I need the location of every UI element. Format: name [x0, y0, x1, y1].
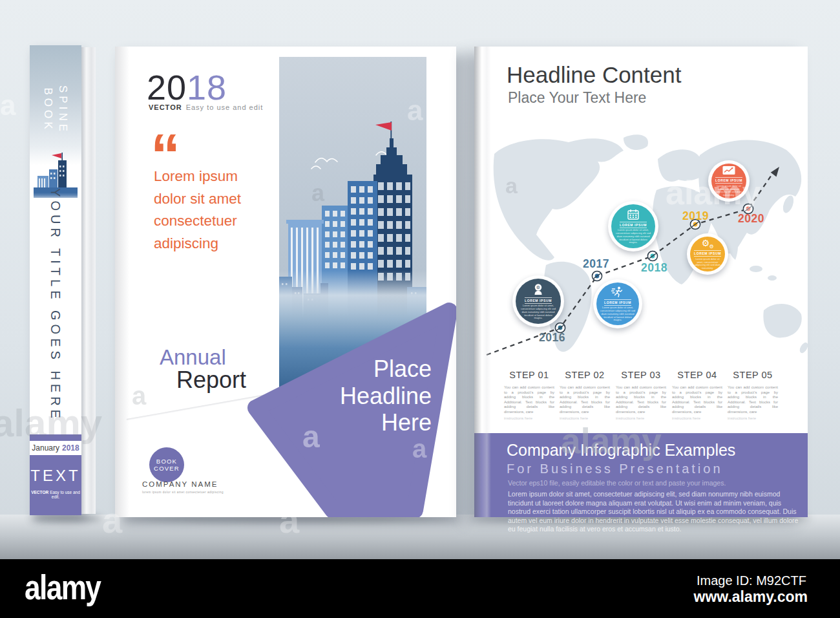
alamy-url: www.alamy.com [694, 588, 808, 606]
step-04: STEP 04 You can add custom content to a … [672, 370, 722, 420]
year-label-2020: 2020 [738, 212, 764, 226]
step-title: STEP 02 [560, 370, 610, 380]
cover-title-report: Report [176, 367, 246, 394]
milestone-label: LOREM IPSUM [620, 222, 647, 228]
spine-date-month: January [32, 443, 59, 453]
step-05: STEP 05 You can add custom content to a … [728, 370, 778, 420]
cover-vector-bold: VECTOR [149, 103, 182, 111]
badge-line: BOOK [149, 458, 184, 465]
book-cover-badge: BOOK COVER [149, 447, 184, 482]
footer-note: Vector eps10 file, easily editable the c… [508, 479, 726, 487]
step-body: You can add custom content to a product'… [728, 385, 778, 415]
svg-text:⚙: ⚙ [702, 238, 710, 248]
milestone-label: LOREM IPSUM [715, 177, 742, 184]
milestone-2017-blue: LOREM IPSUM Lorem ipsum dolor sit amet, … [593, 279, 642, 328]
milestone-body: Lorem ipsum dolor sit amet, consectetuer… [715, 185, 743, 197]
spine-date: January 2018 [30, 441, 81, 455]
headline-line: Here [278, 409, 432, 436]
step-footnote: instructions here [672, 416, 722, 420]
quote-line: dolor sit amet [154, 188, 241, 211]
spine-front: SPINE BOOK [30, 45, 81, 515]
milestone-label: LOREM IPSUM [604, 299, 631, 306]
company-tagline: lorem ipsum dolor sit amet consectetuer … [142, 491, 224, 494]
cover-year: 2018 [147, 70, 227, 105]
spine-title: YOUR TITLE GOES HERE [30, 169, 81, 441]
inner-page: Headline Content Place Your Text Here [474, 47, 808, 517]
a-watermark: a [0, 89, 16, 122]
page-footer: Company Infographic Examples For Busines… [474, 433, 808, 517]
milestone-2016: ⚙ LOREM IPSUM Lorem ipsum dolor sit amet… [512, 275, 564, 327]
footer-subtitle: For Business Presentation [507, 462, 723, 476]
alamy-logo: alamy [25, 567, 100, 607]
spine-brand-line1: SPINE [56, 58, 70, 162]
year-18: 18 [187, 68, 227, 107]
spine-page-edge [81, 47, 96, 514]
spine-purple-block: January 2018 TEXT VECTOREasy to use and … [30, 434, 81, 515]
head-gear-icon: ⚙ [531, 282, 545, 297]
badge-line: COVER [149, 465, 184, 473]
year-label-2018: 2018 [641, 261, 667, 275]
svg-text:⚙: ⚙ [536, 285, 540, 290]
cover-vector-rest: Easy to use and edit [186, 103, 264, 111]
image-id: Image ID: M92CTF [697, 573, 806, 588]
inner-page-spine-shading [474, 47, 491, 517]
headline-line: Headline [278, 383, 432, 410]
marker-2017 [591, 270, 603, 282]
marker-2018 [647, 250, 658, 262]
spine-brand-label: SPINE BOOK [30, 58, 81, 162]
quote-line: Lorem ipsum [154, 165, 241, 188]
step-body: You can add custom content to a product'… [616, 385, 666, 415]
alamy-watermark-bar: alamy Image ID: M92CTF www.alamy.com [0, 559, 840, 618]
svg-text:⚙: ⚙ [709, 244, 713, 250]
gears-icon: ⚙ ⚙ [700, 238, 715, 250]
year-20: 20 [147, 68, 187, 107]
spine-text-label: TEXT [30, 467, 81, 485]
runner-icon [611, 286, 625, 299]
milestone-2019-yellow: ⚙ ⚙ LOREM IPSUM Lorem ipsum dolor sit am… [687, 233, 728, 275]
year-label-2019: 2019 [682, 209, 709, 223]
spine-vector-bold: VECTOR [31, 490, 48, 495]
cover-vector-note: VECTOREasy to use and edit [149, 103, 263, 111]
spine-book: SPINE BOOK [30, 45, 96, 517]
spine-date-year: 2018 [62, 443, 79, 453]
spine-vector-note: VECTOREasy to use and edit. [30, 490, 81, 499]
headline-triangle [115, 47, 456, 517]
company-name: COMPANY NAME [142, 480, 218, 488]
milestone-label: LOREM IPSUM [694, 250, 721, 257]
quote-line: adipiscing [154, 233, 241, 255]
step-footnote: instructions here [616, 416, 666, 420]
step-title: STEP 03 [616, 370, 666, 380]
quote-line: consectetuer [154, 210, 241, 233]
milestone-body: Lorem ipsum dolor sit amet, consectetuer… [520, 304, 556, 320]
milestone-body: Lorem ipsum dolor sit amet, consectetuer… [600, 306, 635, 322]
cover-headline: Place Headline Here [278, 356, 432, 436]
calendar-icon [626, 208, 640, 221]
step-03: STEP 03 You can add custom content to a … [616, 370, 666, 420]
footer-body: Lorem ipsum dolor sit amet, consectetuer… [508, 490, 800, 534]
headline-line: Place [278, 356, 432, 383]
milestone-body: Lorem ipsum dolor sit amet, consectetuer… [615, 229, 651, 244]
spine-vector-rest: Easy to use and edit. [50, 490, 80, 499]
spine-brand-line2: BOOK [41, 58, 56, 162]
milestone-2019-teal: LOREM IPSUM Lorem ipsum dolor sit amet, … [608, 201, 658, 251]
milestone-label: LOREM IPSUM [525, 297, 552, 304]
step-title: STEP 04 [672, 370, 722, 380]
milestone-body: Lorem ipsum dolor sit amet, consectetuer… [693, 258, 722, 270]
arrowhead-icon [771, 167, 779, 176]
step-body: You can add custom content to a product'… [560, 385, 610, 415]
step-footnote: instructions here [560, 416, 610, 420]
step-title: STEP 01 [504, 370, 554, 380]
step-title: STEP 05 [728, 370, 778, 380]
cover-book: 2018 VECTOREasy to use and edit “ Lorem … [115, 47, 456, 517]
stock-photo-canvas: SPINE BOOK [0, 0, 840, 618]
chart-icon [721, 165, 737, 176]
footer-title: Company Infographic Examples [507, 441, 735, 460]
step-body: You can add custom content to a product'… [672, 385, 722, 415]
year-label-2017: 2017 [583, 257, 609, 271]
step-body: You can add custom content to a product'… [504, 385, 554, 415]
step-02: STEP 02 You can add custom content to a … [560, 370, 610, 420]
milestone-2020-orange: LOREM IPSUM Lorem ipsum dolor sit amet, … [708, 160, 750, 202]
step-footnote: instructions here [504, 416, 554, 420]
step-footnote: instructions here [728, 416, 778, 420]
year-label-2016: 2016 [539, 331, 565, 345]
